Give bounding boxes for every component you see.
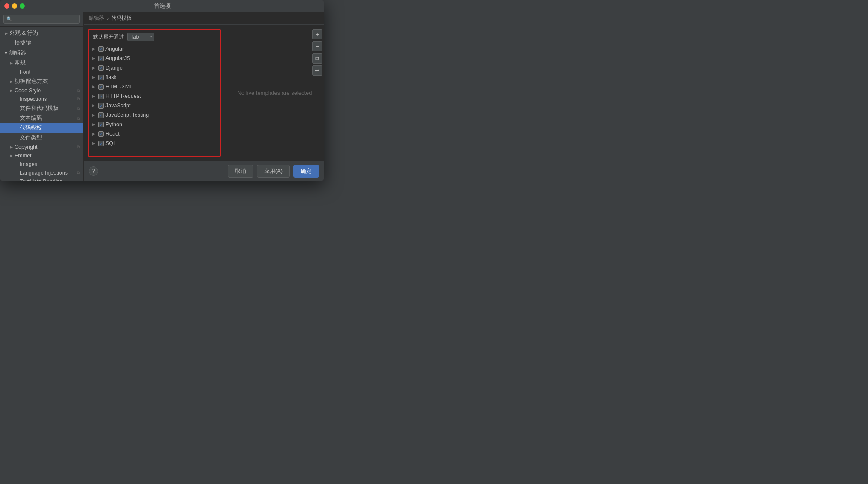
template-checkbox[interactable]: ✓	[98, 75, 104, 80]
window-title: 首选项	[154, 2, 171, 10]
template-item-flask[interactable]: ▶ ✓ flask	[89, 73, 220, 82]
template-checkbox[interactable]: ✓	[98, 65, 104, 71]
arrow-icon: ▼	[3, 51, 9, 56]
template-checkbox[interactable]: ✓	[98, 131, 104, 137]
minimize-button[interactable]	[12, 3, 17, 9]
breadcrumb: 编辑器 › 代码模板	[84, 12, 324, 25]
template-item-django[interactable]: ▶ ✓ Django	[89, 63, 220, 73]
template-panel: 默认展开通过 Tab Enter Space ▾ ▶ ✓	[88, 29, 221, 157]
sidebar-item-label: 快捷键	[15, 39, 31, 47]
template-name: JavaScript	[105, 103, 130, 109]
remove-button[interactable]: −	[312, 41, 322, 51]
sidebar-item-label: Font	[20, 69, 30, 75]
expand-arrow-icon: ▶	[92, 66, 96, 70]
search-input[interactable]: 🔍	[3, 15, 80, 24]
copy-icon: ⧉	[77, 88, 80, 93]
sidebar-item-filetype[interactable]: ▶ 文件类型	[0, 133, 83, 143]
copy-button[interactable]: ⧉	[312, 53, 322, 64]
copy-icon: ⧉	[77, 145, 80, 150]
expand-arrow-icon: ▶	[92, 75, 96, 79]
arrow-icon: ▶	[9, 145, 14, 150]
template-item-react[interactable]: ▶ ✓ React	[89, 129, 220, 139]
copy-icon: ⧉	[77, 97, 80, 102]
right-panel: + − ⧉ ↩ No live templates are selected	[225, 25, 324, 161]
close-button[interactable]	[4, 3, 9, 9]
sidebar-item-editor[interactable]: ▼ 编辑器	[0, 48, 83, 58]
template-name: JavaScript Testing	[105, 112, 149, 118]
maximize-button[interactable]	[20, 3, 25, 9]
arrow-icon: ▶	[9, 88, 14, 93]
search-box[interactable]: 🔍	[0, 12, 83, 27]
template-item-htmlxml[interactable]: ▶ ✓ HTML/XML	[89, 82, 220, 91]
copy-icon: ⧉	[77, 170, 80, 175]
sidebar-item-label: Copyright	[15, 144, 38, 150]
template-name: Python	[105, 121, 122, 127]
sidebar-item-label: 编辑器	[9, 49, 26, 57]
expand-arrow-icon: ▶	[92, 85, 96, 89]
sidebar-item-filetemplate[interactable]: ▶ 文件和代码模板 ⧉	[0, 103, 83, 113]
breadcrumb-separator: ›	[107, 15, 108, 21]
template-item-python[interactable]: ▶ ✓ Python	[89, 120, 220, 129]
copy-icon: ⧉	[77, 106, 80, 111]
template-checkbox[interactable]: ✓	[98, 112, 104, 118]
template-checkbox[interactable]: ✓	[98, 122, 104, 127]
breadcrumb-current: 代码模板	[111, 15, 132, 22]
template-checkbox[interactable]: ✓	[98, 103, 104, 109]
copy-icon: ⧉	[77, 116, 80, 121]
template-name: SQL	[105, 140, 116, 146]
sidebar-item-label: 文本编码	[20, 115, 42, 122]
arrow-icon: ▶	[9, 153, 14, 158]
sidebar-item-appearance[interactable]: ▶ 外观 & 行为	[0, 28, 83, 38]
template-name: Django	[105, 65, 123, 71]
add-button[interactable]: +	[312, 29, 322, 39]
sidebar-item-textcode[interactable]: ▶ 文本编码 ⧉	[0, 113, 83, 123]
sidebar-item-font[interactable]: ▶ Font	[0, 68, 83, 76]
expand-arrow-icon: ▶	[92, 141, 96, 145]
sidebar-item-inspections[interactable]: ▶ Inspections ⧉	[0, 95, 83, 103]
help-button[interactable]: ?	[89, 166, 98, 176]
template-name: Angular	[105, 46, 124, 52]
template-item-jstesting[interactable]: ▶ ✓ JavaScript Testing	[89, 110, 220, 120]
sidebar-item-label: Emmet	[15, 153, 32, 159]
sidebar-item-label: 文件和代码模板	[20, 105, 59, 112]
template-item-angular[interactable]: ▶ ✓ Angular	[89, 44, 220, 54]
ok-button[interactable]: 确定	[293, 165, 319, 178]
template-item-httprequest[interactable]: ▶ ✓ HTTP Request	[89, 91, 220, 101]
template-checkbox[interactable]: ✓	[98, 94, 104, 99]
template-checkbox[interactable]: ✓	[98, 46, 104, 52]
sidebar-item-shortcut[interactable]: ▶ 快捷键	[0, 38, 83, 48]
cancel-button[interactable]: 取消	[228, 165, 253, 178]
search-icon: 🔍	[6, 16, 12, 22]
main-container: 🔍 ▶ 外观 & 行为 ▶ 快捷键 ▼ 编辑器 ▶ 常规	[0, 12, 324, 181]
template-name: React	[105, 131, 120, 137]
sidebar-item-langinjection[interactable]: ▶ Language Injections ⧉	[0, 169, 83, 177]
sidebar-item-codetemplate[interactable]: ▶ 代码模板	[0, 123, 83, 133]
expand-arrow-icon: ▶	[92, 56, 96, 60]
template-checkbox[interactable]: ✓	[98, 84, 104, 90]
sidebar-item-general[interactable]: ▶ 常规	[0, 58, 83, 68]
content-area: 编辑器 › 代码模板 默认展开通过 Tab Enter Space ▾	[84, 12, 324, 181]
template-checkbox[interactable]: ✓	[98, 141, 104, 146]
sidebar-item-emmet[interactable]: ▶ Emmet	[0, 151, 83, 160]
expand-select-wrapper[interactable]: Tab Enter Space ▾	[127, 33, 154, 41]
sidebar-item-label: Code Style	[15, 88, 41, 94]
sidebar-item-textmatebundles[interactable]: ▶ TextMate Bundles	[0, 177, 83, 181]
expand-by-select[interactable]: Tab Enter Space	[127, 33, 154, 41]
template-name: HTTP Request	[105, 93, 141, 99]
sidebar-item-images[interactable]: ▶ Images	[0, 160, 83, 169]
undo-button[interactable]: ↩	[312, 65, 322, 76]
sidebar-item-codestyle[interactable]: ▶ Code Style ⧉	[0, 86, 83, 95]
sidebar-item-label: TextMate Bundles	[20, 178, 62, 181]
expand-label: 默认展开通过	[93, 33, 124, 41]
template-checkbox[interactable]: ✓	[98, 56, 104, 61]
template-item-javascript[interactable]: ▶ ✓ JavaScript	[89, 101, 220, 110]
sidebar-item-colorscheme[interactable]: ▶ 切换配色方案	[0, 76, 83, 86]
no-selection-message: No live templates are selected	[225, 25, 324, 161]
sidebar-item-copyright[interactable]: ▶ Copyright ⧉	[0, 143, 83, 151]
arrow-icon: ▶	[9, 60, 14, 66]
template-item-sql[interactable]: ▶ ✓ SQL	[89, 139, 220, 148]
template-item-angularjs[interactable]: ▶ ✓ AngularJS	[89, 54, 220, 63]
window-controls	[4, 3, 25, 9]
apply-button[interactable]: 应用(A)	[257, 165, 290, 178]
sidebar-item-label: 代码模板	[20, 124, 42, 132]
